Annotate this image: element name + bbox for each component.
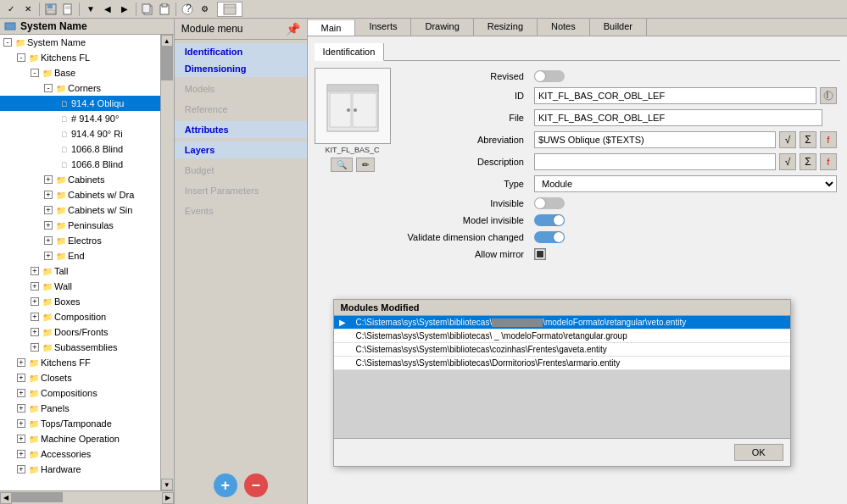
tree-item-panels[interactable]: + 📁 Panels (0, 401, 160, 416)
tree-toggle-tall[interactable]: + (31, 267, 39, 275)
tree-item-subassemblies[interactable]: + 📁 Subassemblies (0, 340, 160, 355)
toolbar-btn-copy[interactable] (140, 2, 155, 17)
tree-item-cabinets[interactable]: + 📁 Cabinets (0, 172, 160, 187)
tree-item-item2[interactable]: 🗋 # 914.4 90° (0, 111, 160, 126)
dialog-row-3[interactable]: C:\Sistemas\sys\System\bibliotecas\cozin… (334, 343, 790, 357)
tree-toggle-hardware[interactable]: + (17, 465, 25, 474)
tree-item-cabinets-dr[interactable]: + 📁 Cabinets w/ Dra (0, 187, 160, 202)
abreviation-input[interactable] (534, 131, 776, 148)
abr-sigma-btn[interactable]: Σ (800, 131, 816, 148)
tree-toggle-kitchens-fl[interactable]: - (17, 53, 25, 62)
tree-toggle-panels[interactable]: + (17, 404, 25, 413)
tree-item-root[interactable]: - 📁 System Name (0, 35, 160, 50)
tree-item-compositions[interactable]: + 📁 Compositions (0, 385, 160, 401)
tree-toggle-accessories[interactable]: + (17, 450, 25, 458)
desc-sqrt-btn[interactable]: √ (779, 153, 796, 170)
model-invisible-toggle[interactable] (534, 214, 565, 226)
menu-item-layers[interactable]: Layers (175, 141, 307, 158)
toolbar-btn-save[interactable] (43, 2, 59, 17)
toolbar-btn-x[interactable]: ✕ (20, 2, 36, 17)
menu-item-budget[interactable]: Budget (175, 162, 307, 179)
tree-toggle-compositions[interactable]: + (17, 389, 25, 397)
invisible-toggle[interactable] (534, 197, 565, 209)
tree-scrollbar[interactable]: ▲ ▼ (160, 35, 174, 490)
validate-toggle[interactable] (534, 231, 565, 243)
tree-toggle-wall[interactable]: + (31, 282, 39, 291)
tree-toggle-doors-fronts[interactable]: + (31, 328, 39, 336)
tree-h-scrollbar[interactable]: ◀ ▶ (0, 490, 174, 504)
abr-sqrt-btn[interactable]: √ (779, 131, 796, 148)
id-icon-btn[interactable]: i (820, 87, 837, 104)
scroll-right-btn[interactable]: ▶ (162, 492, 174, 504)
tree-item-composition[interactable]: + 📁 Composition (0, 309, 160, 324)
preview-btn-2[interactable]: ✏ (356, 158, 375, 172)
tree-item-boxes[interactable]: + 📁 Boxes (0, 294, 160, 309)
toolbar-btn-arrow-down[interactable]: ▼ (83, 2, 98, 17)
scroll-left-btn[interactable]: ◀ (0, 492, 12, 504)
tree-item-kitchens-ff[interactable]: + 📁 Kitchens FF (0, 355, 160, 370)
desc-sigma-btn[interactable]: Σ (800, 153, 816, 170)
menu-item-dimensioning[interactable]: Dimensioning (175, 60, 307, 77)
tree-toggle-base[interactable]: - (31, 69, 39, 77)
preview-btn-1[interactable]: 🔍 (331, 158, 353, 172)
remove-module-btn[interactable]: − (244, 474, 268, 497)
scroll-up-btn[interactable]: ▲ (161, 35, 173, 47)
tree-item-electros[interactable]: + 📁 Electros (0, 233, 160, 248)
menu-item-models[interactable]: Models (175, 80, 307, 97)
h-scroll-thumb[interactable] (12, 492, 63, 502)
tree-item-wall[interactable]: + 📁 Wall (0, 279, 160, 294)
tree-toggle-peninsulas[interactable]: + (44, 221, 53, 230)
ok-button[interactable]: OK (734, 444, 783, 461)
tab-resizing[interactable]: Resizing (474, 19, 538, 36)
tree-item-machine-op[interactable]: + 📁 Machine Operation (0, 431, 160, 446)
tree-item-item3[interactable]: 🗋 914.4 90° Ri (0, 126, 160, 141)
tree-item-item1[interactable]: 🗋 914.4 Obliqu (0, 96, 160, 111)
tree-toggle-root[interactable]: - (3, 38, 12, 47)
tab-inserts[interactable]: Inserts (355, 19, 411, 36)
tree-toggle-electros[interactable]: + (44, 236, 53, 245)
file-input[interactable] (534, 109, 822, 126)
tree-toggle-composition[interactable]: + (31, 313, 39, 321)
tab-identification[interactable]: Identification (315, 43, 385, 61)
id-input[interactable] (534, 87, 816, 104)
description-input[interactable] (534, 153, 776, 170)
allow-mirror-checkbox[interactable] (534, 248, 546, 260)
tree-item-item5[interactable]: 🗋 1066.8 Blind (0, 157, 160, 172)
tree-toggle-cabinets-dr[interactable]: + (44, 191, 53, 199)
dialog-row-4[interactable]: C:\Sistemas\sys\System\bibliotecas\Dormi… (334, 357, 790, 370)
type-select[interactable]: Module (534, 175, 837, 192)
tree-scroll[interactable]: - 📁 System Name - 📁 Kitchens FL - 📁 Base (0, 35, 160, 490)
menu-item-identification[interactable]: Identification (175, 43, 307, 60)
menu-item-attributes[interactable]: Attributes (175, 121, 307, 138)
tree-item-doors-fronts[interactable]: + 📁 Doors/Fronts (0, 324, 160, 340)
tab-builder[interactable]: Builder (590, 19, 647, 36)
menu-item-insert-params[interactable]: Insert Parameters (175, 182, 307, 199)
tab-drawing[interactable]: Drawing (411, 19, 473, 36)
tree-toggle-machine-op[interactable]: + (17, 435, 25, 443)
tree-item-corners[interactable]: - 📁 Corners (0, 80, 160, 96)
add-module-btn[interactable]: + (214, 474, 237, 497)
tree-toggle-subassemblies[interactable]: + (31, 343, 39, 352)
toolbar-btn-settings[interactable]: ⚙ (197, 2, 212, 17)
tree-item-kitchens-fl[interactable]: - 📁 Kitchens FL (0, 50, 160, 65)
tree-toggle-cabinets[interactable]: + (44, 175, 53, 184)
abr-fn-btn[interactable]: f (820, 131, 837, 148)
tree-item-tops[interactable]: + 📁 Tops/Tamponade (0, 416, 160, 431)
toolbar-btn-forward[interactable]: ▶ (117, 2, 132, 17)
tab-notes[interactable]: Notes (538, 19, 590, 36)
dialog-row-2[interactable]: C:\Sistemas\sys\System\bibliotecas\ _ \m… (334, 330, 790, 343)
tree-toggle-tops[interactable]: + (17, 419, 25, 428)
module-menu-pin[interactable]: 📌 (286, 22, 300, 36)
tree-toggle-corners[interactable]: - (44, 84, 53, 92)
tree-toggle-cabinets-si[interactable]: + (44, 206, 53, 214)
toolbar-btn-new[interactable] (60, 2, 75, 17)
tree-item-base[interactable]: - 📁 Base (0, 65, 160, 80)
menu-item-reference[interactable]: Reference (175, 101, 307, 118)
tree-item-hardware[interactable]: + 📁 Hardware (0, 462, 160, 477)
scroll-thumb[interactable] (161, 47, 173, 80)
tree-item-item4[interactable]: 🗋 1066.8 Blind (0, 141, 160, 157)
tree-item-tall[interactable]: + 📁 Tall (0, 263, 160, 279)
desc-fn-btn[interactable]: f (820, 153, 837, 170)
toolbar-btn-paste[interactable] (157, 2, 172, 17)
tree-item-peninsulas[interactable]: + 📁 Peninsulas (0, 218, 160, 233)
